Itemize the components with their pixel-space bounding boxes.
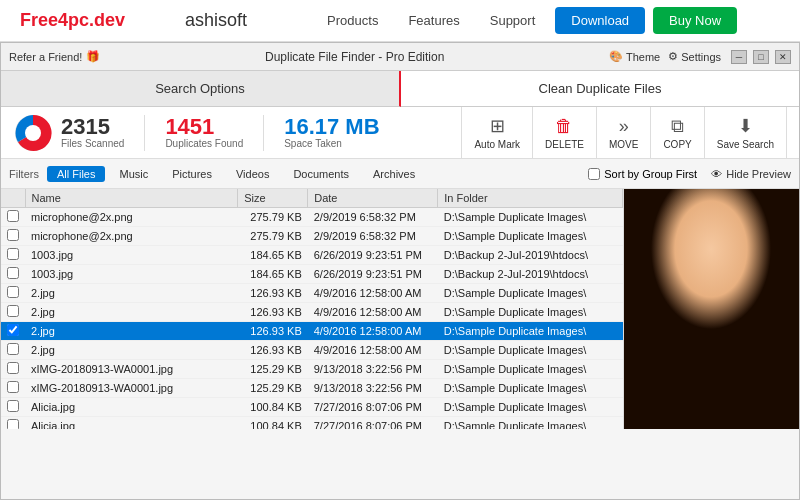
refer-friend[interactable]: Refer a Friend! 🎁 bbox=[9, 50, 100, 63]
files-scanned-label: Files Scanned bbox=[61, 138, 124, 149]
duplicates-num: 1451 bbox=[165, 116, 243, 138]
table-row[interactable]: xIMG-20180913-WA0001.jpg125.29 KB9/13/20… bbox=[1, 360, 623, 379]
files-scanned-stat: 2315 Files Scanned bbox=[61, 116, 124, 149]
space-taken-stat: 16.17 MB Space Taken bbox=[284, 116, 379, 149]
brand-free[interactable]: Free4pc.dev bbox=[20, 10, 125, 31]
row-checkbox[interactable] bbox=[7, 229, 19, 241]
duplicates-stat: 1451 Duplicates Found bbox=[165, 116, 243, 149]
file-size: 125.29 KB bbox=[238, 379, 308, 398]
row-checkbox[interactable] bbox=[7, 248, 19, 260]
preview-figure bbox=[624, 189, 799, 429]
col-header-date[interactable]: Date bbox=[308, 189, 438, 208]
table-row[interactable]: 2.jpg126.93 KB4/9/2016 12:58:00 AMD:\Sam… bbox=[1, 322, 623, 341]
row-checkbox[interactable] bbox=[7, 343, 19, 355]
hide-preview-button[interactable]: 👁 Hide Preview bbox=[711, 168, 791, 180]
file-name: Alicia.jpg bbox=[25, 417, 238, 430]
sort-group-check[interactable]: Sort by Group First bbox=[588, 168, 697, 180]
buynow-button[interactable]: Buy Now bbox=[653, 7, 737, 34]
filter-music[interactable]: Music bbox=[109, 166, 158, 182]
move-label: MOVE bbox=[609, 139, 638, 150]
nav-support[interactable]: Support bbox=[490, 13, 536, 28]
files-scanned-num: 2315 bbox=[61, 116, 124, 138]
save-search-icon: ⬇ bbox=[738, 115, 753, 137]
nav-products[interactable]: Products bbox=[327, 13, 378, 28]
col-header-name[interactable]: Name bbox=[25, 189, 238, 208]
file-date: 4/9/2016 12:58:00 AM bbox=[308, 341, 438, 360]
file-table-body: microphone@2x.png275.79 KB2/9/2019 6:58:… bbox=[1, 208, 623, 430]
delete-button[interactable]: 🗑 DELETE bbox=[533, 107, 597, 159]
automark-button[interactable]: ⊞ Auto Mark bbox=[462, 107, 533, 159]
file-folder: D:\Backup 2-Jul-2019\htdocs\ bbox=[438, 246, 623, 265]
delete-icon: 🗑 bbox=[555, 116, 573, 137]
row-checkbox[interactable] bbox=[7, 324, 19, 336]
file-size: 126.93 KB bbox=[238, 341, 308, 360]
row-checkbox[interactable] bbox=[7, 210, 19, 222]
file-name: Alicia.jpg bbox=[25, 398, 238, 417]
col-header-size[interactable]: Size bbox=[238, 189, 308, 208]
row-checkbox[interactable] bbox=[7, 362, 19, 374]
table-row[interactable]: Alicia.jpg100.84 KB7/27/2016 8:07:06 PMD… bbox=[1, 417, 623, 430]
svg-point-1 bbox=[25, 125, 41, 141]
file-size: 125.29 KB bbox=[238, 360, 308, 379]
row-checkbox[interactable] bbox=[7, 381, 19, 393]
preview-panel bbox=[624, 189, 799, 429]
maximize-button[interactable]: □ bbox=[753, 50, 769, 64]
filter-bar: Filters All Files Music Pictures Videos … bbox=[1, 159, 799, 189]
filter-all-files[interactable]: All Files bbox=[47, 166, 106, 182]
sort-group-checkbox[interactable] bbox=[588, 168, 600, 180]
window-titlebar: Refer a Friend! 🎁 Duplicate File Finder … bbox=[1, 43, 799, 71]
table-row[interactable]: 2.jpg126.93 KB4/9/2016 12:58:00 AMD:\Sam… bbox=[1, 284, 623, 303]
file-table-container[interactable]: Name Size Date In Folder microphone@2x.p… bbox=[1, 189, 624, 429]
col-header-folder[interactable]: In Folder bbox=[438, 189, 623, 208]
save-search-button[interactable]: ⬇ Save Search bbox=[705, 107, 787, 159]
save-search-label: Save Search bbox=[717, 139, 774, 150]
file-name: 2.jpg bbox=[25, 341, 238, 360]
table-row[interactable]: 1003.jpg184.65 KB6/26/2019 9:23:51 PMD:\… bbox=[1, 265, 623, 284]
copy-label: COPY bbox=[663, 139, 691, 150]
clean-duplicates-tab[interactable]: Clean Duplicate Files bbox=[401, 71, 799, 107]
table-row[interactable]: 2.jpg126.93 KB4/9/2016 12:58:00 AMD:\Sam… bbox=[1, 303, 623, 322]
filter-documents[interactable]: Documents bbox=[283, 166, 359, 182]
table-row[interactable]: xIMG-20180913-WA0001.jpg125.29 KB9/13/20… bbox=[1, 379, 623, 398]
filter-videos[interactable]: Videos bbox=[226, 166, 279, 182]
hide-preview-label: Hide Preview bbox=[726, 168, 791, 180]
eye-icon: 👁 bbox=[711, 168, 722, 180]
search-options-tab[interactable]: Search Options bbox=[1, 71, 401, 107]
file-name: microphone@2x.png bbox=[25, 208, 238, 227]
download-button[interactable]: Download bbox=[555, 7, 645, 34]
table-row[interactable]: Alicia.jpg100.84 KB7/27/2016 8:07:06 PMD… bbox=[1, 398, 623, 417]
table-row[interactable]: 1003.jpg184.65 KB6/26/2019 9:23:51 PMD:\… bbox=[1, 246, 623, 265]
table-row[interactable]: microphone@2x.png275.79 KB2/9/2019 6:58:… bbox=[1, 208, 623, 227]
row-checkbox[interactable] bbox=[7, 286, 19, 298]
table-row[interactable]: 2.jpg126.93 KB4/9/2016 12:58:00 AMD:\Sam… bbox=[1, 341, 623, 360]
row-checkbox[interactable] bbox=[7, 400, 19, 412]
row-checkbox[interactable] bbox=[7, 267, 19, 279]
file-folder: D:\Sample Duplicate Images\ bbox=[438, 322, 623, 341]
brand-ashisoft: ashisoft bbox=[185, 10, 247, 31]
file-name: 2.jpg bbox=[25, 322, 238, 341]
file-size: 184.65 KB bbox=[238, 265, 308, 284]
row-checkbox[interactable] bbox=[7, 419, 19, 429]
table-row[interactable]: microphone@2x.png275.79 KB2/9/2019 6:58:… bbox=[1, 227, 623, 246]
move-button[interactable]: » MOVE bbox=[597, 107, 651, 159]
stats-pie-chart bbox=[13, 113, 53, 153]
file-folder: D:\Sample Duplicate Images\ bbox=[438, 227, 623, 246]
preview-image bbox=[624, 189, 799, 429]
stats-bar: 2315 Files Scanned 1451 Duplicates Found… bbox=[1, 107, 799, 159]
window-title: Duplicate File Finder - Pro Edition bbox=[100, 50, 609, 64]
settings-link[interactable]: ⚙ Settings bbox=[668, 50, 721, 63]
filter-pictures[interactable]: Pictures bbox=[162, 166, 222, 182]
window-controls: ─ □ ✕ bbox=[731, 50, 791, 64]
copy-button[interactable]: ⧉ COPY bbox=[651, 107, 704, 159]
nav-features[interactable]: Features bbox=[408, 13, 459, 28]
app-window: Refer a Friend! 🎁 Duplicate File Finder … bbox=[0, 42, 800, 500]
close-button[interactable]: ✕ bbox=[775, 50, 791, 64]
theme-link[interactable]: 🎨 Theme bbox=[609, 50, 660, 63]
row-checkbox[interactable] bbox=[7, 305, 19, 317]
file-date: 6/26/2019 9:23:51 PM bbox=[308, 246, 438, 265]
file-name: 1003.jpg bbox=[25, 265, 238, 284]
minimize-button[interactable]: ─ bbox=[731, 50, 747, 64]
stat-divider-1 bbox=[144, 115, 145, 151]
file-folder: D:\Sample Duplicate Images\ bbox=[438, 303, 623, 322]
filter-archives[interactable]: Archives bbox=[363, 166, 425, 182]
